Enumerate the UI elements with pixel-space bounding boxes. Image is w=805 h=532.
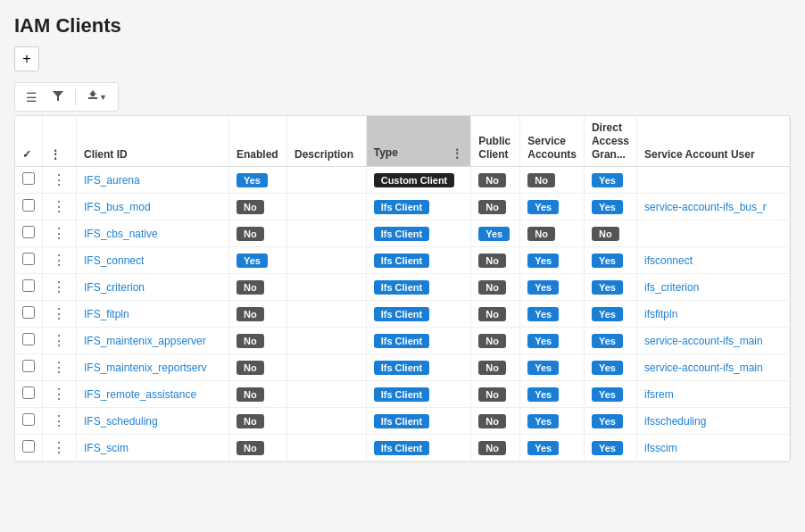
row-menu-cell: ⋮: [43, 354, 77, 381]
service-accounts-badge: No: [527, 227, 555, 241]
row-service-accounts-cell: Yes: [520, 435, 585, 461]
row-clientid-cell: IFS_maintenix_appserver: [77, 328, 229, 354]
page-title: IAM Clients: [14, 14, 791, 37]
sa-user-link[interactable]: service-account-ifs_main: [644, 335, 763, 347]
direct-access-badge: Yes: [592, 200, 623, 214]
client-id-link[interactable]: IFS_connect: [84, 254, 144, 267]
row-description-cell: [286, 408, 366, 435]
col-header-sa-user[interactable]: Service Account User: [636, 116, 789, 167]
row-type-cell: Ifs Client: [366, 220, 471, 247]
row-checkbox-cell: [15, 194, 43, 220]
row-sa-user-cell: service-account-ifs_main: [636, 354, 789, 381]
sa-user-link[interactable]: ifsrem: [644, 388, 674, 401]
col-header-enabled[interactable]: Enabled: [228, 116, 286, 167]
row-checkbox[interactable]: [22, 387, 35, 399]
row-checkbox[interactable]: [22, 279, 35, 292]
row-menu-button[interactable]: ⋮: [50, 305, 69, 322]
row-public-client-cell: No: [471, 435, 520, 461]
iam-clients-table: ✓ ⋮ Client ID Enabled Description: [15, 116, 790, 461]
service-accounts-badge: Yes: [527, 254, 559, 268]
type-badge: Ifs Client: [374, 200, 429, 214]
client-id-link[interactable]: IFS_bus_mod: [84, 201, 151, 213]
row-direct-access-cell: No: [584, 220, 636, 247]
row-checkbox[interactable]: [22, 413, 35, 426]
row-menu-button[interactable]: ⋮: [50, 332, 69, 349]
list-view-button[interactable]: ☰: [21, 87, 43, 107]
row-sa-user-cell: [636, 167, 789, 194]
client-id-link[interactable]: IFS_fitpln: [84, 308, 129, 320]
row-menu-button[interactable]: ⋮: [50, 225, 69, 242]
col-header-public-client[interactable]: Public Client: [471, 116, 520, 167]
sa-user-link[interactable]: service-account-ifs_main: [644, 362, 763, 374]
row-menu-button[interactable]: ⋮: [50, 171, 69, 188]
row-direct-access-cell: Yes: [584, 194, 636, 220]
row-checkbox[interactable]: [22, 172, 35, 185]
type-badge: Ifs Client: [374, 254, 429, 268]
row-checkbox-cell: [15, 220, 43, 247]
add-button[interactable]: +: [14, 46, 39, 71]
sa-user-link[interactable]: ifs_criterion: [644, 281, 699, 294]
row-menu-button[interactable]: ⋮: [50, 359, 69, 376]
table-row: ⋮ IFS_criterion No Ifs Client No Yes Yes…: [15, 274, 790, 301]
col-header-direct-access[interactable]: Direct Access Gran...: [584, 116, 636, 167]
table-row: ⋮ IFS_connect Yes Ifs Client No Yes Yes …: [15, 247, 790, 274]
row-menu-button[interactable]: ⋮: [50, 386, 69, 403]
client-id-link[interactable]: IFS_scheduling: [84, 415, 158, 428]
sa-user-link[interactable]: service-account-ifs_bus_r: [644, 201, 767, 213]
row-clientid-cell: IFS_maintenix_reportserv: [77, 354, 229, 381]
row-menu-button[interactable]: ⋮: [50, 278, 69, 295]
row-sa-user-cell: ifsscheduling: [636, 408, 789, 435]
type-badge: Ifs Client: [374, 361, 429, 375]
col-header-description[interactable]: Description: [286, 116, 366, 167]
row-checkbox[interactable]: [22, 226, 35, 238]
client-id-link[interactable]: IFS_aurena: [84, 174, 140, 187]
sa-user-link[interactable]: ifsscheduling: [644, 415, 706, 428]
row-sa-user-cell: ifsrem: [636, 381, 789, 408]
row-description-cell: [286, 301, 366, 328]
col-header-clientid[interactable]: Client ID: [77, 116, 229, 167]
export-button[interactable]: ▼: [81, 87, 112, 107]
sa-user-link[interactable]: ifsfitpln: [644, 308, 677, 320]
row-checkbox[interactable]: [22, 333, 35, 345]
service-accounts-badge: Yes: [527, 280, 559, 295]
client-id-link[interactable]: IFS_remote_assistance: [84, 388, 196, 401]
enabled-badge: No: [237, 280, 264, 295]
client-id-link[interactable]: IFS_criterion: [84, 281, 145, 294]
row-menu-button[interactable]: ⋮: [50, 252, 69, 269]
row-clientid-cell: IFS_aurena: [77, 167, 229, 194]
client-id-link[interactable]: IFS_scim: [84, 442, 129, 454]
row-checkbox[interactable]: [22, 440, 35, 453]
row-description-cell: [286, 435, 366, 461]
row-checkbox[interactable]: [22, 199, 35, 212]
public-client-badge: No: [478, 361, 506, 375]
row-checkbox[interactable]: [22, 360, 35, 372]
service-accounts-badge: No: [527, 173, 555, 187]
type-badge: Ifs Client: [374, 441, 429, 455]
row-service-accounts-cell: Yes: [520, 274, 585, 301]
row-enabled-cell: No: [228, 328, 286, 354]
client-id-link[interactable]: IFS_maintenix_appserver: [84, 335, 206, 347]
col-header-service-accounts[interactable]: Service Accounts: [520, 116, 585, 167]
client-id-link[interactable]: IFS_cbs_native: [84, 228, 158, 240]
row-menu-button[interactable]: ⋮: [50, 412, 69, 429]
sa-user-link[interactable]: ifsconnect: [644, 254, 693, 267]
client-id-link[interactable]: IFS_maintenix_reportserv: [84, 362, 206, 374]
type-badge: Ifs Client: [374, 334, 429, 348]
public-client-badge: No: [478, 280, 506, 295]
filter-button[interactable]: [46, 87, 70, 107]
row-type-cell: Ifs Client: [366, 328, 471, 354]
col-header-type[interactable]: Type ⋮: [366, 116, 471, 167]
row-sa-user-cell: ifsfitpln: [636, 301, 789, 328]
row-checkbox[interactable]: [22, 306, 35, 319]
row-menu-button[interactable]: ⋮: [50, 439, 69, 456]
sa-user-link[interactable]: ifsscim: [644, 442, 677, 454]
direct-access-badge: Yes: [592, 254, 623, 268]
row-checkbox[interactable]: [22, 253, 35, 265]
enabled-badge: Yes: [237, 173, 268, 187]
row-description-cell: [286, 247, 366, 274]
row-menu-button[interactable]: ⋮: [50, 198, 69, 215]
row-enabled-cell: No: [228, 301, 286, 328]
public-client-badge: No: [478, 441, 506, 455]
direct-access-badge: Yes: [592, 334, 623, 348]
enabled-badge: No: [237, 361, 264, 375]
